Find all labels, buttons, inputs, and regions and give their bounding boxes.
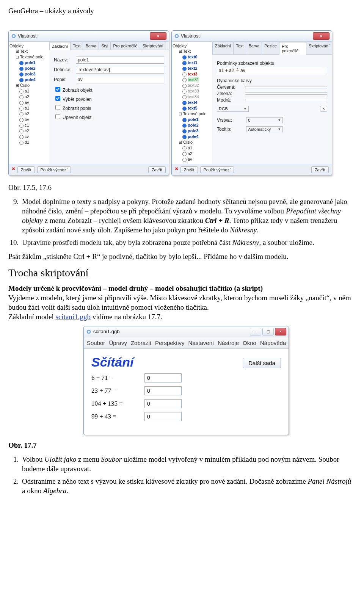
green-field[interactable] bbox=[245, 92, 327, 95]
delete-icon[interactable]: ✖ bbox=[12, 166, 15, 173]
tree-item[interactable]: a1 bbox=[173, 145, 211, 151]
defaults-button[interactable]: Použít výchozí bbox=[200, 166, 234, 173]
defaults-button[interactable]: Použít výchozí bbox=[37, 166, 71, 173]
tree-item[interactable]: bv bbox=[9, 117, 48, 122]
tab-scripting[interactable]: Skriptování bbox=[306, 42, 332, 54]
tree-item[interactable]: b2 bbox=[9, 111, 48, 117]
tree-item[interactable]: text5 bbox=[173, 105, 211, 111]
menu-item[interactable]: Perspektivy bbox=[155, 340, 185, 346]
tab-advanced[interactable]: Pro pokročilé bbox=[110, 42, 140, 50]
answer-input[interactable] bbox=[144, 412, 182, 421]
tree-cat-text[interactable]: ⊟ Text bbox=[173, 49, 211, 54]
menu-item[interactable]: Nástroje bbox=[218, 340, 239, 346]
answer-input[interactable] bbox=[144, 373, 182, 382]
menu-item[interactable]: Soubor bbox=[87, 340, 105, 346]
tree-item[interactable]: text3 bbox=[173, 71, 211, 77]
tab-basic[interactable]: Základní bbox=[212, 42, 234, 54]
minimize-button[interactable]: — bbox=[250, 328, 261, 335]
maximize-button[interactable]: ▢ bbox=[262, 328, 274, 335]
tree-cat-cislo[interactable]: ⊟ Číslo bbox=[173, 139, 211, 145]
tree-item[interactable]: text0 bbox=[173, 54, 211, 60]
fix-object-checkbox[interactable]: Upevnit objekt bbox=[54, 113, 164, 120]
tree-item[interactable]: av bbox=[9, 100, 48, 105]
tree-item[interactable]: text2 bbox=[173, 66, 211, 71]
colormode-select[interactable]: RGB▼ bbox=[217, 106, 249, 112]
tree-item[interactable]: pole1 bbox=[173, 117, 211, 122]
tree-cat-cislo[interactable]: ⊟ Číslo bbox=[9, 83, 48, 88]
name-field[interactable]: pole1 bbox=[76, 56, 164, 64]
menu-item[interactable]: Okno bbox=[243, 340, 256, 346]
tab-style[interactable]: Styl bbox=[99, 42, 111, 50]
tab-text[interactable]: Text bbox=[70, 42, 83, 50]
close-button[interactable]: Zavřít bbox=[148, 166, 166, 173]
tree-item[interactable]: c1 bbox=[9, 122, 48, 128]
list-item: Model doplníme o texty s nadpisy a pokyn… bbox=[20, 197, 356, 235]
selection-allowed-checkbox[interactable]: Výběr povolen bbox=[54, 95, 164, 102]
show-object-checkbox[interactable]: Zobrazit objekt bbox=[54, 86, 164, 93]
tab-text[interactable]: Text bbox=[233, 42, 246, 54]
layer-select[interactable]: 0▼ bbox=[246, 117, 283, 123]
body-paragraph: Psát žákům „stiskněte Ctrl + R“ je podiv… bbox=[8, 252, 356, 261]
tree-cat-text[interactable]: ⊟ Text bbox=[9, 49, 48, 54]
object-tree[interactable]: Objekty ⊟ Text text0 text1 text2 text3 t… bbox=[172, 42, 212, 164]
answer-input[interactable] bbox=[144, 386, 182, 395]
next-set-button[interactable]: Další sada bbox=[243, 358, 281, 368]
tree-item[interactable]: pole2 bbox=[9, 66, 48, 71]
tree-item[interactable]: av bbox=[173, 157, 211, 162]
tree-item[interactable]: text4 bbox=[173, 100, 211, 105]
clear-colors-button[interactable]: × bbox=[320, 106, 327, 112]
delete-icon[interactable]: ✖ bbox=[175, 166, 178, 173]
object-tree[interactable]: Objekty ⊟ Text ⊟ Textové pole pole1 pole… bbox=[9, 42, 49, 164]
tree-item[interactable]: a2 bbox=[9, 94, 48, 100]
menu-item[interactable]: Nastavení bbox=[188, 340, 214, 346]
def-field[interactable]: TextovePole[av] bbox=[76, 66, 164, 74]
tree-item[interactable]: d1 bbox=[9, 139, 48, 145]
file-link[interactable]: scitani1.ggb bbox=[56, 313, 91, 321]
cancel-button[interactable]: Zrušit bbox=[180, 166, 198, 173]
ggb-canvas: Sčítání Další sada 6 + 71 = 23 + 77 = 10… bbox=[84, 349, 289, 435]
tree-item[interactable]: pole2 bbox=[173, 122, 211, 128]
tab-basic[interactable]: Základní bbox=[49, 42, 71, 50]
answer-input[interactable] bbox=[144, 399, 182, 408]
tree-item[interactable]: pole1 bbox=[9, 60, 48, 66]
tree-item[interactable]: pole3 bbox=[9, 71, 48, 77]
close-button[interactable]: × bbox=[275, 328, 286, 335]
tree-item[interactable]: a2 bbox=[173, 151, 211, 157]
tree-item[interactable]: c2 bbox=[9, 128, 48, 134]
condition-field[interactable]: a1 + a2 ≟ av bbox=[217, 67, 327, 74]
tree-item[interactable]: text1 bbox=[173, 60, 211, 66]
tree-item[interactable]: a1 bbox=[9, 88, 48, 94]
dyncolors-header: Dynamické barvy bbox=[217, 78, 327, 83]
tree-item[interactable]: b1 bbox=[9, 105, 48, 111]
close-button[interactable]: × bbox=[313, 32, 329, 40]
close-button[interactable]: × bbox=[150, 32, 166, 40]
blue-field[interactable] bbox=[245, 99, 327, 101]
tree-item[interactable]: pole4 bbox=[9, 77, 48, 83]
red-field[interactable] bbox=[245, 86, 327, 88]
tree-cat-textpole[interactable]: ⊟ Textové pole bbox=[173, 111, 211, 117]
menu-item[interactable]: Nápověda bbox=[260, 340, 286, 346]
desc-field[interactable]: av bbox=[76, 76, 164, 83]
show-label-checkbox[interactable]: Zobrazit popis bbox=[54, 104, 164, 111]
tree-item[interactable]: cv bbox=[9, 134, 48, 139]
tooltip-select[interactable]: Automaticky▼ bbox=[246, 126, 283, 132]
close-button[interactable]: Zavřít bbox=[311, 166, 329, 173]
tree-item[interactable]: text31 bbox=[173, 77, 211, 83]
tree-item[interactable]: pole3 bbox=[173, 128, 211, 134]
tab-advanced[interactable]: Pro pokročilé bbox=[279, 42, 306, 55]
tab-color[interactable]: Barva bbox=[246, 42, 262, 54]
tree-item[interactable]: text34 bbox=[173, 94, 211, 100]
tree-cat-textpole[interactable]: ⊟ Textové pole bbox=[9, 54, 48, 60]
condition-header: Podmínky zobrazení objektu bbox=[217, 61, 327, 66]
list-item: Odstraníme z něho text s výzvou ke stisk… bbox=[20, 476, 356, 495]
menu-item[interactable]: Úpravy bbox=[109, 340, 127, 346]
cancel-button[interactable]: Zrušit bbox=[17, 166, 35, 173]
tab-color[interactable]: Barva bbox=[83, 42, 99, 50]
tree-item[interactable]: text33 bbox=[173, 88, 211, 94]
tree-item[interactable]: text32 bbox=[173, 83, 211, 88]
tree-item[interactable]: pole4 bbox=[173, 134, 211, 139]
tooltip-label: Tooltip: bbox=[217, 127, 245, 132]
tab-scripting[interactable]: Skriptování bbox=[140, 42, 166, 50]
menu-item[interactable]: Zobrazit bbox=[131, 340, 151, 346]
tab-position[interactable]: Pozice bbox=[262, 42, 279, 54]
